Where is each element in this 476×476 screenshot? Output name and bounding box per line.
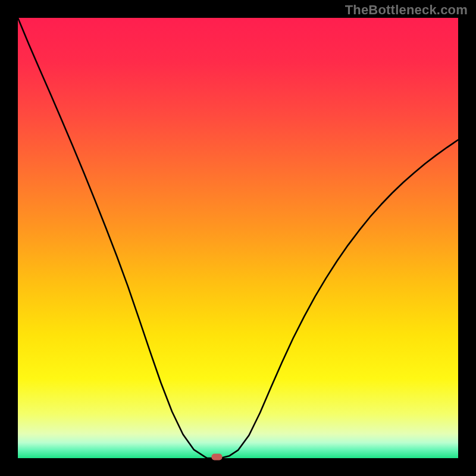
optimal-marker [211,454,222,461]
bottleneck-chart [0,0,476,476]
plot-background [18,18,458,458]
watermark-text: TheBottleneck.com [345,2,468,18]
chart-frame: { "watermark": "TheBottleneck.com", "cha… [0,0,476,476]
